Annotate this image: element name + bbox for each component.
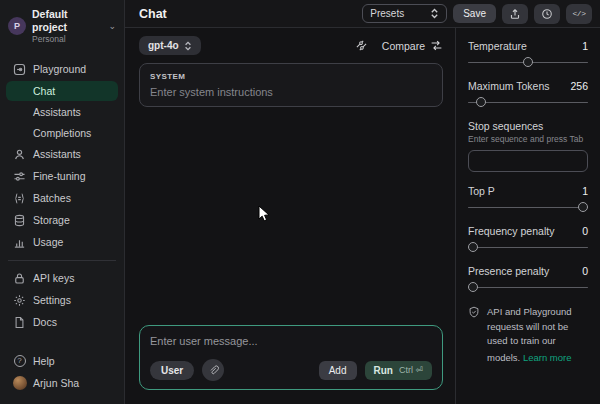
role-toggle-button[interactable]: User	[150, 361, 194, 380]
learn-more-link[interactable]: Learn more	[523, 351, 572, 366]
chat-panel: gpt-4o Compare SYSTEM	[125, 28, 455, 404]
sidebar-item-completions[interactable]: Completions	[6, 123, 118, 143]
share-button[interactable]	[502, 4, 528, 24]
sidebar-item-label: Chat	[33, 85, 55, 97]
sidebar-nav: Playground Chat Assistants Completions A…	[0, 55, 124, 344]
presets-select[interactable]: Presets	[362, 4, 447, 23]
system-role-label: SYSTEM	[150, 72, 432, 81]
lock-icon	[13, 272, 26, 285]
stop-sequences-label: Stop sequences	[468, 120, 588, 132]
run-shortcut: Ctrl ⏎	[399, 365, 423, 375]
top-p-slider[interactable]	[468, 202, 588, 212]
share-icon	[509, 8, 521, 20]
max-tokens-label: Maximum Tokens	[468, 80, 550, 92]
sidebar-item-settings[interactable]: Settings	[6, 290, 118, 311]
content: Chat Presets Save </>	[125, 0, 600, 404]
page-title: Chat	[139, 7, 167, 21]
frequency-penalty-value: 0	[582, 225, 588, 237]
presence-penalty-value: 0	[582, 265, 588, 277]
privacy-note: API and Playground requests will not be …	[468, 305, 588, 366]
select-arrows-icon	[430, 8, 439, 19]
attach-button[interactable]	[202, 359, 224, 381]
playground-icon	[13, 63, 26, 76]
temperature-label: Temperature	[468, 40, 527, 52]
sidebar-item-usage[interactable]: Usage	[6, 232, 118, 253]
slider-thumb[interactable]	[578, 202, 588, 212]
project-subtitle: Personal	[32, 34, 102, 45]
run-button[interactable]: Run Ctrl ⏎	[365, 361, 433, 380]
run-label: Run	[374, 365, 393, 376]
max-tokens-value: 256	[570, 80, 588, 92]
sidebar-item-label: Settings	[33, 294, 71, 306]
slider-thumb[interactable]	[476, 97, 486, 107]
chat-toolbar: gpt-4o Compare	[139, 36, 443, 55]
temperature-value: 1	[582, 40, 588, 52]
code-icon: </>	[573, 9, 586, 18]
storage-icon	[13, 214, 26, 227]
sidebar-item-storage[interactable]: Storage	[6, 210, 118, 231]
compare-label: Compare	[382, 40, 425, 52]
sidebar-item-label: Batches	[33, 192, 71, 204]
sidebar-item-label: Docs	[33, 316, 57, 328]
system-instructions-input[interactable]: Enter system instructions	[150, 86, 432, 98]
presence-penalty-slider[interactable]	[468, 282, 588, 292]
project-name: Default project	[32, 8, 102, 34]
view-code-button[interactable]: </>	[566, 4, 592, 24]
system-message-box[interactable]: SYSTEM Enter system instructions	[139, 63, 443, 107]
playground-app: P Default project Personal ⌄ Playground …	[0, 0, 600, 404]
sidebar-item-fine-tuning[interactable]: Fine-tuning	[6, 166, 118, 187]
compare-icon	[430, 39, 443, 52]
tune-button[interactable]	[355, 39, 368, 52]
paperclip-icon	[208, 365, 219, 376]
stop-sequences-helper: Enter sequence and press Tab	[468, 134, 588, 144]
slider-thumb[interactable]	[468, 282, 478, 292]
project-avatar: P	[8, 17, 26, 35]
history-button[interactable]	[534, 4, 560, 24]
frequency-penalty-slider[interactable]	[468, 242, 588, 252]
document-icon	[13, 316, 26, 329]
temperature-slider[interactable]	[468, 57, 588, 67]
tune-icon	[355, 39, 368, 52]
sidebar-item-label: API keys	[33, 272, 74, 284]
sidebar-item-label: Usage	[33, 236, 63, 248]
project-switcher[interactable]: P Default project Personal ⌄	[0, 0, 124, 55]
sidebar-item-chat[interactable]: Chat	[6, 81, 118, 101]
slider-thumb[interactable]	[468, 242, 478, 252]
sidebar-item-assistants[interactable]: Assistants	[6, 144, 118, 165]
presets-label: Presets	[370, 8, 404, 19]
slider-thumb[interactable]	[523, 57, 533, 67]
stop-sequences-input[interactable]	[468, 150, 588, 172]
sidebar-item-api-keys[interactable]: API keys	[6, 268, 118, 289]
sidebar-item-label: Storage	[33, 214, 70, 226]
sidebar-item-docs[interactable]: Docs	[6, 312, 118, 333]
batches-icon	[13, 192, 26, 205]
user-message-input[interactable]: Enter user message...	[150, 335, 432, 347]
sidebar-item-batches[interactable]: Batches	[6, 188, 118, 209]
settings-panel: Temperature 1 Maximum Tokens 256 Stop se…	[455, 28, 600, 404]
help-icon: ?	[13, 354, 26, 367]
help-button[interactable]: ? Help	[6, 350, 118, 371]
account-menu[interactable]: Arjun Sha	[6, 372, 118, 393]
user-message-composer[interactable]: Enter user message... User Add Run Ctrl …	[139, 325, 443, 390]
assistants-icon	[13, 148, 26, 161]
sidebar-footer: ? Help Arjun Sha	[0, 344, 124, 404]
frequency-penalty-label: Frequency penalty	[468, 225, 554, 237]
compare-button[interactable]: Compare	[382, 39, 443, 52]
presence-penalty-label: Presence penalty	[468, 265, 549, 277]
sidebar-item-assistants-sub[interactable]: Assistants	[6, 102, 118, 122]
user-name: Arjun Sha	[33, 377, 79, 389]
model-selector[interactable]: gpt-4o	[139, 36, 201, 55]
topbar: Chat Presets Save </>	[125, 0, 600, 28]
shield-check-icon	[468, 306, 480, 366]
history-icon	[541, 8, 553, 20]
top-p-value: 1	[582, 185, 588, 197]
help-label: Help	[33, 355, 55, 367]
save-button[interactable]: Save	[453, 4, 496, 23]
sidebar-item-playground[interactable]: Playground	[6, 59, 118, 80]
max-tokens-slider[interactable]	[468, 97, 588, 107]
gear-icon	[13, 294, 26, 307]
add-message-button[interactable]: Add	[319, 361, 357, 380]
sidebar-item-label: Playground	[33, 63, 86, 75]
sidebar-divider	[8, 260, 116, 261]
sidebar: P Default project Personal ⌄ Playground …	[0, 0, 125, 404]
